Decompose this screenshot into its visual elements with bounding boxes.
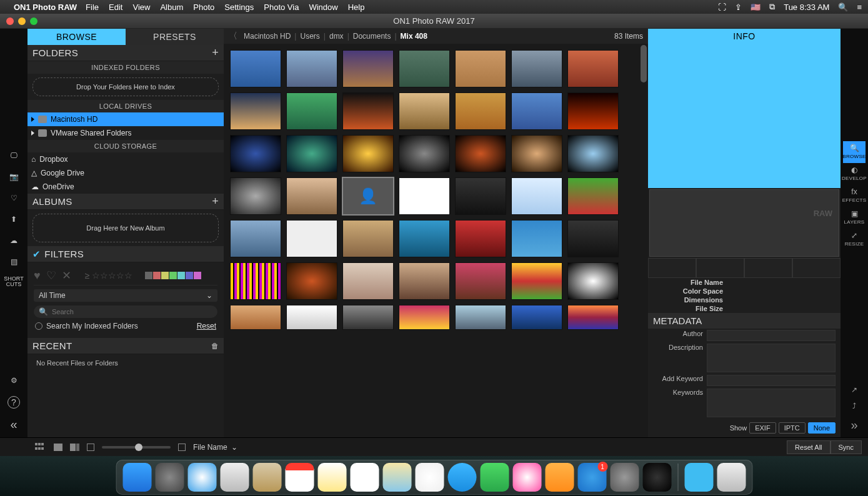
flag-icon[interactable]: 🇺🇸 [751,2,761,12]
module-layers-button[interactable]: ▣LAYERS [843,207,866,229]
search-indexed-label[interactable]: Search My Indexed Folders [46,322,138,330]
settings-gear-icon[interactable]: ⚙ [6,372,22,389]
crumb[interactable]: Macintosh HD [244,32,291,41]
thumbnail[interactable] [399,92,450,130]
dock-mail-icon[interactable] [220,463,249,492]
thumbnail[interactable] [342,135,394,172]
tray-icon-2[interactable]: ⇪ [735,2,742,12]
menu-view[interactable]: View [132,2,150,12]
tab-browse[interactable]: BROWSE [27,29,126,45]
dock-reminders-icon[interactable] [350,463,379,492]
add-album-icon[interactable]: + [212,195,219,208]
thumbnail[interactable] [455,305,506,330]
share-icon[interactable]: ↗ [851,385,857,394]
menu-file[interactable]: File [86,2,99,12]
thumbnail[interactable] [511,92,562,130]
module-effects-button[interactable]: fxEFFECTS [843,185,866,207]
dock-finder-icon[interactable] [122,463,151,492]
menu-settings[interactable]: Settings [224,2,254,12]
meta-keywords-input[interactable] [707,389,836,417]
index-drop-zone[interactable]: Drop Your Folders Here to Index [32,77,219,96]
dock-maps-icon[interactable] [382,463,411,492]
thumbnail[interactable] [342,305,394,330]
crumb[interactable]: dmx [329,32,344,41]
breadcrumb-back-icon[interactable]: 〈 [229,31,237,42]
albums-section-head[interactable]: ALBUMS + [27,194,224,210]
thumbnail[interactable] [230,220,281,257]
tool-layers-icon[interactable]: ▤ [6,254,22,270]
fit-checkbox[interactable] [87,444,94,451]
thumbnail[interactable] [342,262,394,300]
rating-filter[interactable]: ≥ ☆☆☆☆☆ [85,270,133,280]
thumbnail[interactable] [399,135,450,172]
dock-facetime-icon[interactable] [480,463,509,492]
dock-messages-icon[interactable] [447,463,476,492]
dock-downloads-icon[interactable] [684,463,713,492]
crumb[interactable]: Users [300,32,319,41]
thumbnail[interactable] [455,262,506,300]
thumbnail[interactable] [230,262,281,300]
dock-itunes-icon[interactable] [512,463,541,492]
album-drop-zone[interactable]: Drag Here for New Album [32,214,219,242]
folders-section-head[interactable]: FOLDERS + [27,45,224,61]
tool-display-icon[interactable]: 🖵 [6,147,22,164]
thumbnail[interactable] [399,220,450,257]
disclosure-icon[interactable] [31,117,34,122]
help-icon[interactable]: ? [7,396,20,409]
recent-trash-icon[interactable]: 🗑 [211,342,219,350]
radio-icon[interactable] [35,322,42,330]
thumbnail[interactable] [455,177,506,215]
show-none-button[interactable]: None [808,422,836,434]
thumbnail[interactable] [230,50,281,87]
dock-notes-icon[interactable] [317,463,346,492]
disclosure-icon[interactable] [31,131,34,136]
meta-description-input[interactable] [707,344,836,372]
close-window-button[interactable] [6,17,14,25]
module-develop-button[interactable]: ◐DEVELOP [843,163,866,185]
dock-calendar-icon[interactable] [285,463,314,492]
fill-checkbox[interactable] [178,444,186,451]
displays-icon[interactable]: ⧉ [769,2,775,12]
menu-photovia[interactable]: Photo Via [264,2,299,12]
tray-icon[interactable]: ⛶ [718,2,726,12]
compare-view-button[interactable] [70,444,79,451]
search-field[interactable]: 🔍 [34,305,217,318]
thumbnail[interactable] [511,262,562,300]
add-folder-icon[interactable]: + [212,46,219,59]
module-browse-button[interactable]: 🔍BROWSE [843,141,866,163]
show-exif-button[interactable]: EXIF [749,422,776,434]
thumbnail[interactable] [286,92,337,130]
thumbnail[interactable] [230,177,281,215]
thumbnail[interactable] [230,305,281,330]
sort-select[interactable]: File Name⌄ [193,443,237,452]
thumbnail[interactable] [567,50,619,87]
meta-addkw-input[interactable] [707,375,836,386]
thumbnail[interactable] [567,135,619,172]
menu-album[interactable]: Album [160,2,183,12]
dock-trash-icon[interactable] [717,463,746,492]
filters-reset-link[interactable]: Reset [197,322,216,330]
thumbnail[interactable] [230,92,281,130]
dock-appstore-icon[interactable]: 1 [577,463,606,492]
dock-contacts-icon[interactable] [252,463,281,492]
drive-vmware-shared[interactable]: VMware Shared Folders [27,126,224,140]
menu-window[interactable]: Window [309,2,337,12]
search-input[interactable] [52,308,212,315]
filters-section-head[interactable]: ✔ FILTERS [27,246,224,262]
like-filter-icons[interactable]: ♥ ♡ ✕ [34,269,72,282]
dock-ibooks-icon[interactable] [545,463,574,492]
collapse-right-icon[interactable]: » [851,418,857,432]
thumbnail[interactable] [567,220,619,257]
thumbnail[interactable] [511,177,562,215]
menu-edit[interactable]: Edit [109,2,122,12]
cloud-google-drive[interactable]: △Google Drive [27,166,224,180]
thumbnail[interactable] [567,305,619,330]
menu-photo[interactable]: Photo [193,2,214,12]
collapse-left-icon[interactable]: « [6,416,22,432]
single-view-button[interactable] [54,444,62,451]
drive-macintosh-hd[interactable]: Macintosh HD [27,112,224,126]
spotlight-icon[interactable]: 🔍 [838,2,848,12]
export-icon[interactable]: ⤴ [852,402,856,410]
thumbnail[interactable] [230,135,281,172]
thumbnail[interactable] [399,262,450,300]
